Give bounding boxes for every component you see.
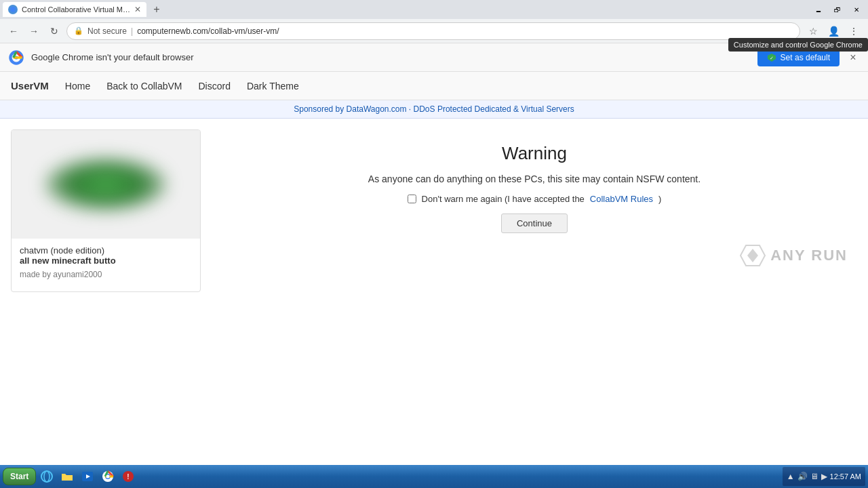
- sponsored-bar: Sponsored by DataWagon.com · DDoS Protec…: [0, 100, 868, 119]
- close-window-button[interactable]: ✕: [848, 3, 865, 16]
- vm-thumbnail-blur: [45, 157, 167, 211]
- taskbar-volume-icon[interactable]: 🔊: [797, 472, 808, 481]
- taskbar: Start ! ▲ 🔊 🖥 ▶ 12:57 AM: [0, 465, 868, 488]
- svg-text:✓: ✓: [770, 56, 774, 60]
- bookmark-icon[interactable]: ☆: [804, 22, 822, 40]
- minimize-button[interactable]: 🗕: [810, 3, 827, 16]
- warning-title: Warning: [502, 143, 567, 164]
- back-button[interactable]: ←: [5, 23, 22, 39]
- vm-card[interactable]: chatvm (node edition) all new minecraft …: [11, 129, 201, 292]
- checkbox-label: Don't warn me again (I have accepted the: [422, 194, 585, 204]
- banner-message: Google Chrome isn't your default browser: [31, 52, 751, 62]
- taskbar-msg-icon: ▶: [821, 472, 827, 481]
- window-controls: 🗕 🗗 ✕: [810, 3, 865, 16]
- warning-checkbox-row: Don't warn me again (I have accepted the…: [408, 194, 662, 204]
- svg-marker-7: [747, 249, 758, 262]
- tab-favicon: [8, 5, 18, 14]
- nav-link-home[interactable]: Home: [65, 81, 90, 92]
- vm-card-body: chatvm (node edition) all new minecraft …: [12, 239, 200, 286]
- collabvm-rules-link[interactable]: CollabVM Rules: [590, 194, 653, 204]
- toolbar-right: ☆ 👤 ⋮: [804, 22, 863, 40]
- vm-screenshot: [12, 130, 200, 239]
- nav-link-collabvm[interactable]: Back to CollabVM: [106, 81, 182, 92]
- addressbar: ← → ↻ 🔒 Not secure | computernewb.com/co…: [0, 19, 868, 43]
- reload-button[interactable]: ↻: [46, 23, 62, 39]
- titlebar-left: Control Collaborative Virtual Machin... …: [3, 2, 164, 17]
- maximize-button[interactable]: 🗗: [829, 3, 846, 16]
- taskbar-chrome-icon[interactable]: [98, 468, 117, 485]
- chrome-menu-tooltip: Customize and control Google Chrome: [728, 38, 868, 52]
- menu-button[interactable]: ⋮: [845, 22, 863, 40]
- svg-point-0: [10, 7, 16, 12]
- continue-button[interactable]: Continue: [501, 214, 568, 233]
- warning-body: As anyone can do anything on these PCs, …: [368, 174, 701, 184]
- active-tab[interactable]: Control Collaborative Virtual Machin... …: [3, 2, 146, 17]
- anyrun-watermark: ANY RUN: [739, 242, 848, 269]
- vm-author: made by ayunami2000: [20, 270, 192, 279]
- svg-text:!: !: [127, 473, 130, 481]
- address-separator: |: [131, 26, 133, 36]
- security-label: Not secure: [87, 26, 127, 36]
- svg-point-14: [106, 475, 110, 479]
- security-icon: 🔒: [74, 26, 83, 35]
- taskbar-media-icon[interactable]: [78, 468, 97, 485]
- vm-subtitle: all new minecraft butto: [20, 256, 192, 266]
- taskbar-arrow-icon: ▲: [787, 472, 795, 481]
- tab-title: Control Collaborative Virtual Machin...: [22, 5, 130, 14]
- navbar: UserVM Home Back to CollabVM Discord Dar…: [0, 72, 868, 100]
- svg-point-8: [41, 471, 52, 482]
- chrome-logo-icon: [8, 49, 24, 66]
- dont-warn-checkbox[interactable]: [408, 195, 416, 203]
- set-default-label: Set as default: [781, 53, 830, 62]
- taskbar-folder-icon[interactable]: [58, 468, 77, 485]
- start-button[interactable]: Start: [3, 468, 36, 485]
- titlebar: Control Collaborative Virtual Machin... …: [0, 0, 868, 19]
- taskbar-ie-icon[interactable]: [37, 468, 56, 485]
- nav-link-discord[interactable]: Discord: [199, 81, 231, 92]
- new-tab-button[interactable]: +: [149, 2, 164, 17]
- anyrun-text: ANY RUN: [770, 247, 848, 264]
- site-brand: UserVM: [11, 80, 49, 92]
- nav-link-darktheme[interactable]: Dark Theme: [247, 81, 299, 92]
- taskbar-left: Start !: [3, 468, 138, 485]
- sponsored-text: Sponsored by DataWagon.com · DDoS Protec…: [294, 104, 574, 114]
- taskbar-time: 12:57 AM: [830, 472, 861, 481]
- vm-title: chatvm (node edition): [20, 245, 192, 256]
- url-display: computernewb.com/collab-vm/user-vm/: [137, 26, 279, 36]
- svg-point-9: [44, 471, 50, 482]
- anyrun-logo-icon: [739, 242, 766, 269]
- forward-button[interactable]: →: [26, 23, 42, 39]
- taskbar-right: ▲ 🔊 🖥 ▶ 12:57 AM: [783, 467, 865, 486]
- taskbar-antivirus-icon[interactable]: !: [119, 468, 138, 485]
- profile-icon[interactable]: 👤: [825, 22, 842, 40]
- main-content: chatvm (node edition) all new minecraft …: [0, 119, 868, 303]
- checkbox-suffix: ): [658, 194, 661, 204]
- tab-close-button[interactable]: ✕: [134, 5, 141, 14]
- taskbar-network-icon[interactable]: 🖥: [810, 472, 818, 481]
- shield-icon: ✓: [767, 53, 776, 62]
- banner-close-button[interactable]: ×: [846, 51, 860, 64]
- address-input[interactable]: 🔒 Not secure | computernewb.com/collab-v…: [66, 22, 800, 40]
